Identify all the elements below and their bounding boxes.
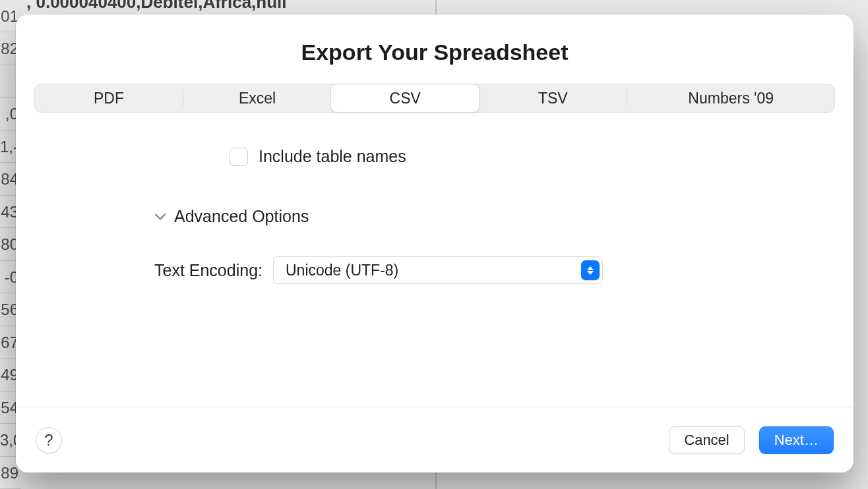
help-button[interactable]: ? [36, 427, 62, 453]
tab-label: PDF [94, 90, 124, 107]
tab-label: TSV [538, 90, 568, 107]
text-encoding-value: Unicode (UTF-8) [286, 262, 398, 279]
tab-label: CSV [390, 90, 421, 107]
tab-label: Numbers '09 [688, 90, 774, 107]
bg-cell-text: , 0.000040400,Debitel,Africa,null [21, 0, 868, 11]
tab-label: Excel [239, 90, 276, 107]
text-encoding-label: Text Encoding: [154, 261, 263, 280]
cancel-button[interactable]: Cancel [669, 426, 744, 454]
dialog-title: Export Your Spreadsheet [16, 14, 853, 84]
next-button-label: Next… [774, 432, 819, 449]
include-table-names-label: Include table names [259, 147, 406, 166]
next-button[interactable]: Next… [759, 426, 834, 454]
include-table-names-checkbox[interactable] [230, 148, 248, 166]
format-tab-bar: PDF Excel CSV TSV Numbers '09 [34, 84, 835, 113]
question-mark-icon: ? [44, 431, 53, 449]
updown-stepper-icon [581, 260, 600, 280]
text-encoding-popup[interactable]: Unicode (UTF-8) [273, 256, 603, 284]
dialog-content: Include table names Advanced Options Tex… [16, 113, 853, 407]
cancel-button-label: Cancel [684, 432, 729, 449]
tab-pdf[interactable]: PDF [35, 84, 183, 112]
advanced-options-label: Advanced Options [174, 207, 309, 226]
export-dialog: Export Your Spreadsheet PDF Excel CSV TS… [16, 14, 853, 473]
tab-csv[interactable]: CSV [330, 84, 480, 113]
advanced-options-disclosure[interactable]: Advanced Options [154, 207, 835, 226]
chevron-down-icon [154, 211, 166, 223]
dialog-footer: ? Cancel Next… [16, 407, 853, 473]
tab-excel[interactable]: Excel [183, 84, 331, 112]
tab-tsv[interactable]: TSV [479, 84, 627, 112]
tab-numbers09[interactable]: Numbers '09 [627, 84, 834, 112]
include-table-names-row: Include table names [230, 147, 835, 166]
text-encoding-row: Text Encoding: Unicode (UTF-8) [154, 256, 835, 284]
